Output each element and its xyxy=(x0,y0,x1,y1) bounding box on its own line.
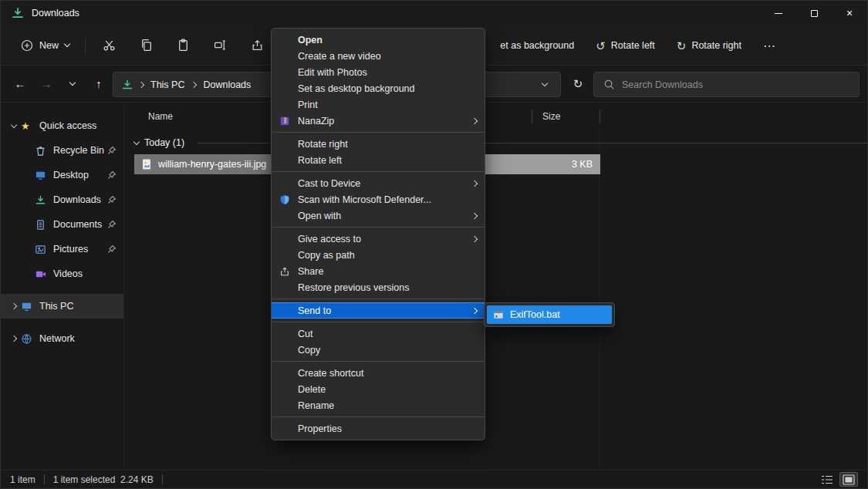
menu-item-copy-as-path[interactable]: Copy as path xyxy=(272,247,485,263)
minimize-button[interactable] xyxy=(761,1,796,25)
column-divider[interactable] xyxy=(599,110,600,123)
breadcrumb-chevron-icon xyxy=(139,83,144,87)
chevron-down-icon xyxy=(69,79,76,86)
more-options-button[interactable]: ⋯ xyxy=(763,39,775,53)
up-button[interactable]: ↑ xyxy=(87,73,110,96)
menu-separator xyxy=(272,416,484,417)
sidebar-item-quick-access[interactable]: ★ Quick access xyxy=(1,113,123,138)
close-button[interactable]: × xyxy=(832,1,867,25)
sidebar-item-label: Documents xyxy=(53,219,102,230)
menu-item-open-with[interactable]: Open with xyxy=(272,207,485,224)
rename-button[interactable] xyxy=(204,32,235,59)
chevron-right-icon xyxy=(7,336,21,341)
menu-item-give-access-to[interactable]: Give access to xyxy=(272,231,485,247)
menu-item-share[interactable]: Share xyxy=(272,263,485,279)
sidebar-item-label: Network xyxy=(39,333,75,344)
menu-item-scan-with-microsoft-defender[interactable]: Scan with Microsoft Defender... xyxy=(272,191,485,207)
address-dropdown-button[interactable] xyxy=(535,76,554,94)
command-bar-right: et as background ↺ Rotate left ↻ Rotate … xyxy=(500,25,775,66)
file-explorer-window: Downloads × New xyxy=(0,0,868,489)
sidebar-item-downloads[interactable]: Downloads xyxy=(1,187,123,212)
refresh-button[interactable]: ↻ xyxy=(567,73,589,95)
sidebar-item-pictures[interactable]: Pictures xyxy=(1,237,123,261)
maximize-button[interactable] xyxy=(796,1,832,25)
details-view-button[interactable] xyxy=(818,472,836,487)
column-header-size[interactable]: Size xyxy=(542,103,560,130)
cut-scissors-icon xyxy=(103,39,116,52)
group-header-today[interactable]: Today (1) xyxy=(134,132,867,153)
group-header-label: Today (1) xyxy=(144,137,184,148)
menu-item-copy[interactable]: Copy xyxy=(272,342,485,358)
menu-item-edit-with-photos[interactable]: Edit with Photos xyxy=(272,64,485,80)
column-grid-line xyxy=(599,130,600,470)
sidebar-item-videos[interactable]: Videos xyxy=(1,261,123,286)
rotate-right-label: Rotate right xyxy=(691,40,741,51)
pin-icon xyxy=(107,146,117,157)
menu-item-restore-previous-versions[interactable]: Restore previous versions xyxy=(272,279,485,295)
menu-item-cast-to-device[interactable]: Cast to Device xyxy=(272,175,485,191)
breadcrumb-this-pc[interactable]: This PC xyxy=(144,76,191,93)
group-collapse-chevron-icon xyxy=(133,138,140,144)
menu-separator xyxy=(272,227,484,228)
menu-item-rotate-right[interactable]: Rotate right xyxy=(272,136,485,152)
column-divider[interactable] xyxy=(532,110,532,123)
back-button[interactable]: ← xyxy=(8,73,32,96)
menu-item-send-to[interactable]: Send to xyxy=(272,302,485,319)
file-size-label: 3 KB xyxy=(572,159,593,170)
chevron-down-icon xyxy=(542,80,548,86)
sidebar-item-this-pc[interactable]: This PC xyxy=(1,294,123,319)
chevron-right-icon xyxy=(7,304,21,309)
breadcrumb-downloads[interactable]: Downloads xyxy=(197,76,257,93)
column-header-name[interactable]: Name xyxy=(148,103,173,130)
set-as-background-button[interactable]: et as background xyxy=(500,40,574,51)
paste-button[interactable] xyxy=(167,32,198,59)
menu-item-delete[interactable]: Delete xyxy=(272,381,485,397)
submenu-item-label: ExifTool.bat xyxy=(510,309,560,320)
menu-item-set-as-desktop-background[interactable]: Set as desktop background xyxy=(272,80,485,96)
rotate-left-button[interactable]: ↺ Rotate left xyxy=(596,40,655,52)
sidebar-item-documents[interactable]: Documents xyxy=(1,212,123,237)
share-button[interactable] xyxy=(241,32,272,59)
sidebar-item-label: Videos xyxy=(53,268,83,279)
menu-item-label: Properties xyxy=(298,423,342,434)
sidebar-item-recycle-bin[interactable]: Recycle Bin xyxy=(1,138,123,163)
set-as-background-label: et as background xyxy=(500,40,574,51)
file-list-area: Name Size Today (1) william-henry-gates-… xyxy=(124,103,867,470)
menu-item-label: Create a new video xyxy=(298,51,381,62)
recycle-bin-icon xyxy=(35,145,53,157)
context-menu: Open Create a new video Edit with Photos… xyxy=(271,28,485,440)
menu-separator xyxy=(272,298,484,299)
sidebar-item-label: Recycle Bin xyxy=(53,145,104,156)
quick-access-star-icon: ★ xyxy=(21,120,39,132)
menu-item-rotate-left[interactable]: Rotate left xyxy=(272,152,485,168)
forward-button[interactable]: → xyxy=(35,73,58,96)
rotate-right-button[interactable]: ↻ Rotate right xyxy=(677,40,741,52)
menu-item-print[interactable]: Print xyxy=(272,96,485,113)
send-to-submenu: ExifTool.bat xyxy=(484,302,615,327)
recent-locations-button[interactable] xyxy=(61,73,84,96)
nanazip-icon xyxy=(272,116,298,126)
sidebar-item-label: Desktop xyxy=(53,170,89,180)
search-input[interactable] xyxy=(622,79,849,90)
cut-button[interactable] xyxy=(93,32,124,59)
menu-item-create-shortcut[interactable]: Create shortcut xyxy=(272,365,485,381)
chevron-down-icon xyxy=(64,41,70,47)
thumbnail-view-button[interactable] xyxy=(839,472,858,487)
menu-item-rename[interactable]: Rename xyxy=(272,397,485,413)
submenu-item-exiftool[interactable]: ExifTool.bat xyxy=(487,305,612,324)
menu-item-open[interactable]: Open xyxy=(272,32,485,48)
new-button[interactable]: New xyxy=(13,34,77,57)
menu-item-create-a-new-video[interactable]: Create a new video xyxy=(272,48,485,64)
sidebar-item-label: Pictures xyxy=(53,244,88,255)
sidebar-item-network[interactable]: Network xyxy=(1,326,123,351)
sidebar-item-label: Quick access xyxy=(39,120,96,131)
sidebar-item-desktop[interactable]: Desktop xyxy=(1,163,123,187)
menu-item-nanazip[interactable]: NanaZip xyxy=(272,113,485,129)
plus-circle-icon xyxy=(21,39,33,52)
menu-item-properties[interactable]: Properties xyxy=(272,420,485,437)
menu-separator xyxy=(272,171,484,172)
selection-info-label: 1 item selected 2.24 KB xyxy=(53,474,154,485)
menu-item-cut[interactable]: Cut xyxy=(272,325,485,342)
file-name-label: william-henry-gates-iii.jpg xyxy=(158,159,266,170)
copy-button[interactable] xyxy=(130,32,161,59)
